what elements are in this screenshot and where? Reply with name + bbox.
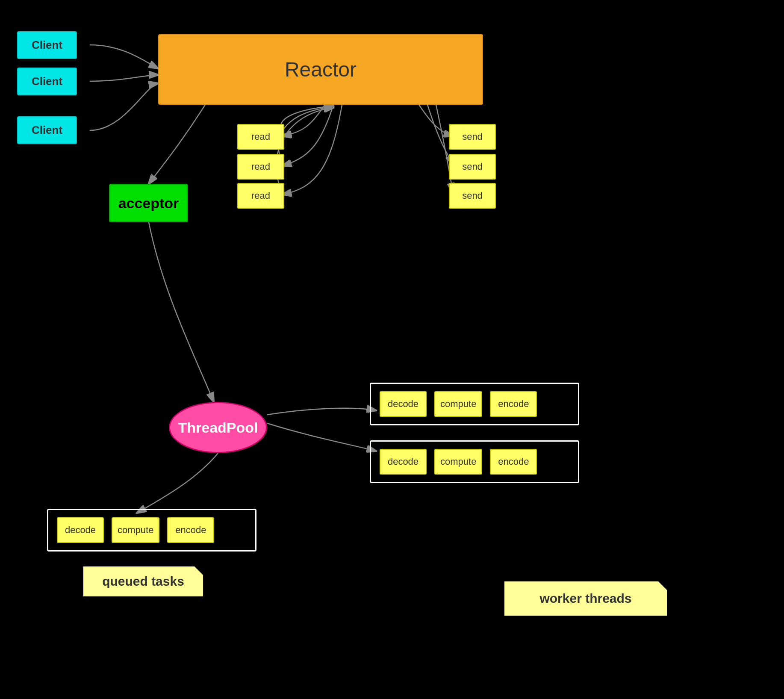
read-box-2: read xyxy=(237,154,284,180)
compute-box-2: compute xyxy=(434,449,482,475)
threadpool-ellipse: ThreadPool xyxy=(169,402,267,453)
send-box-2: send xyxy=(449,154,496,180)
reactor-box: Reactor xyxy=(158,34,483,105)
decode-box-1: decode xyxy=(380,391,427,417)
queued-tasks-label: queued tasks xyxy=(83,566,203,596)
encode-box-2: encode xyxy=(490,449,537,475)
queued-tasks-group: decode compute encode xyxy=(47,509,256,552)
client-box-1: Client xyxy=(17,31,77,59)
read-box-3: read xyxy=(237,183,284,209)
worker-threads-label: worker threads xyxy=(504,581,667,616)
acceptor-box: acceptor xyxy=(109,184,188,222)
compute-box-1: compute xyxy=(434,391,482,417)
client-box-3: Client xyxy=(17,116,77,144)
worker-group-2: decode compute encode xyxy=(370,440,579,483)
encode-box-queued: encode xyxy=(167,517,214,543)
compute-box-queued: compute xyxy=(112,517,159,543)
decode-box-queued: decode xyxy=(57,517,104,543)
client-box-2: Client xyxy=(17,68,77,95)
decode-box-2: decode xyxy=(380,449,427,475)
read-box-1: read xyxy=(237,124,284,150)
reactor-label: Reactor xyxy=(285,58,357,81)
encode-box-1: encode xyxy=(490,391,537,417)
send-box-1: send xyxy=(449,124,496,150)
send-box-3: send xyxy=(449,183,496,209)
worker-group-1: decode compute encode xyxy=(370,383,579,425)
diagram-container: Reactor Client Client Client acceptor re… xyxy=(0,0,784,699)
